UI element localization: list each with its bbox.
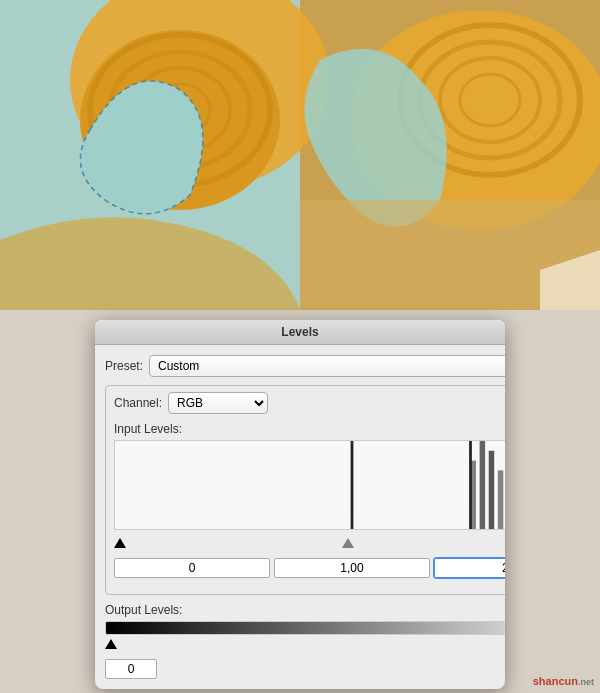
input-mid-field[interactable]	[274, 558, 430, 578]
svg-rect-22	[480, 441, 485, 529]
canvas-area	[0, 0, 600, 310]
dialog-titlebar: Levels	[95, 320, 505, 345]
dialog-title: Levels	[281, 325, 318, 339]
output-black-slider[interactable]	[105, 639, 117, 649]
histogram	[114, 440, 505, 530]
channel-section: Channel: RGB Red Green Blue Input Levels…	[105, 385, 505, 595]
output-black-field[interactable]	[105, 659, 157, 679]
svg-rect-20	[115, 441, 505, 529]
svg-rect-23	[489, 451, 494, 529]
dialog-area: Levels Preset: Custom	[0, 310, 600, 693]
dialog-left-panel: Preset: Custom Channel	[105, 355, 505, 679]
output-slider-row[interactable]	[105, 639, 505, 653]
input-values	[114, 558, 505, 578]
output-values	[105, 659, 505, 679]
channel-select[interactable]: RGB Red Green Blue	[168, 392, 268, 414]
watermark-accent: a	[546, 675, 552, 687]
output-section: Output Levels:	[105, 603, 505, 679]
output-track	[105, 621, 505, 635]
preset-row: Preset: Custom	[105, 355, 505, 377]
output-levels-label: Output Levels:	[105, 603, 505, 617]
watermark: shancun.net	[533, 675, 594, 687]
input-white-field[interactable]	[434, 558, 505, 578]
channel-label: Channel:	[114, 396, 162, 410]
watermark-suffix: .net	[578, 677, 594, 687]
input-mid-slider[interactable]	[342, 538, 354, 548]
input-levels-label: Input Levels:	[114, 422, 505, 436]
channel-row: Channel: RGB Red Green Blue	[114, 392, 505, 414]
preset-label: Preset:	[105, 359, 143, 373]
svg-rect-24	[498, 470, 503, 529]
input-black-slider[interactable]	[114, 538, 126, 548]
preset-select[interactable]: Custom	[149, 355, 505, 377]
input-slider-row[interactable]	[114, 534, 505, 552]
input-black-field[interactable]	[114, 558, 270, 578]
watermark-text1: shancun	[533, 675, 578, 687]
levels-dialog: Levels Preset: Custom	[95, 320, 505, 689]
